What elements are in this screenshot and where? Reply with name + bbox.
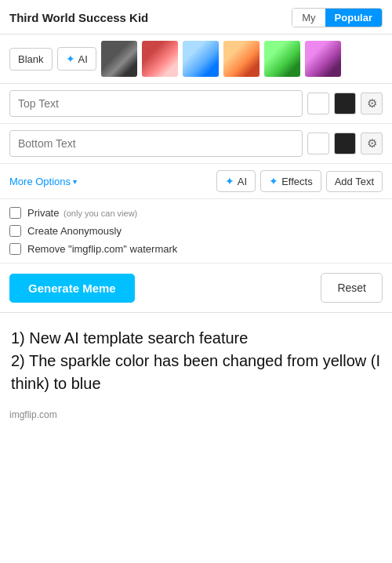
top-text-input[interactable]: [9, 90, 303, 117]
ai-button[interactable]: ✦ AI: [216, 170, 256, 192]
top-text-color-black[interactable]: [334, 93, 356, 114]
sparkle-icon: ✦: [269, 175, 278, 187]
anonymous-label: Create Anonymously: [27, 225, 122, 237]
template-thumbnail[interactable]: [305, 41, 341, 77]
sparkle-icon: ✦: [225, 175, 234, 187]
top-text-color-white[interactable]: [307, 93, 329, 114]
info-section: 1) New AI template search feature 2) The…: [0, 313, 392, 403]
info-text: 1) New AI template search feature 2) The…: [11, 327, 381, 395]
more-options-button[interactable]: More Options ▾: [9, 176, 77, 187]
page-title: Third World Success Kid: [9, 11, 148, 24]
gear-icon: ⚙: [367, 136, 377, 151]
options-right-group: ✦ AI ✦ Effects Add Text: [216, 170, 383, 192]
template-thumbnail[interactable]: [101, 41, 137, 77]
private-checkbox-row: Private (only you can view): [9, 207, 383, 219]
generate-meme-button[interactable]: Generate Meme: [9, 274, 135, 303]
private-checkbox[interactable]: [9, 207, 21, 219]
header: Third World Success Kid My Popular: [0, 0, 392, 35]
bottom-text-row: ⚙: [0, 124, 392, 164]
private-label: Private (only you can view): [27, 207, 137, 219]
watermark-label: Remove "imgflip.com" watermark: [27, 243, 177, 255]
reset-button[interactable]: Reset: [321, 273, 383, 303]
caret-down-icon: ▾: [73, 177, 77, 186]
gear-icon: ⚙: [367, 96, 377, 111]
checkboxes-section: Private (only you can view) Create Anony…: [0, 199, 392, 263]
tab-group: My Popular: [292, 8, 383, 27]
options-row: More Options ▾ ✦ AI ✦ Effects Add Text: [0, 164, 392, 199]
add-text-button[interactable]: Add Text: [326, 171, 383, 192]
top-text-settings-button[interactable]: ⚙: [361, 93, 383, 114]
bottom-text-color-black[interactable]: [334, 133, 356, 154]
action-row: Generate Meme Reset: [0, 263, 392, 313]
bottom-text-color-white[interactable]: [307, 133, 329, 154]
template-thumbnail[interactable]: [223, 41, 260, 77]
effects-button[interactable]: ✦ Effects: [260, 170, 321, 192]
bottom-text-settings-button[interactable]: ⚙: [361, 133, 383, 154]
top-text-row: ⚙: [0, 84, 392, 124]
anonymous-checkbox-row: Create Anonymously: [9, 225, 383, 237]
blank-template-button[interactable]: Blank: [9, 48, 53, 71]
template-thumbnail[interactable]: [183, 41, 219, 77]
bottom-text-input[interactable]: [9, 130, 303, 157]
watermark-checkbox-row: Remove "imgflip.com" watermark: [9, 243, 383, 255]
watermark-checkbox[interactable]: [9, 243, 21, 255]
anonymous-checkbox[interactable]: [9, 225, 21, 237]
footer: imgflip.com: [0, 403, 392, 428]
sparkle-icon: ✦: [66, 53, 75, 65]
footer-link: imgflip.com: [9, 409, 57, 420]
template-thumbnail[interactable]: [264, 41, 300, 77]
tab-my[interactable]: My: [292, 9, 325, 27]
tab-popular[interactable]: Popular: [325, 9, 382, 27]
ai-template-button[interactable]: ✦ AI: [57, 47, 96, 71]
template-thumbnail[interactable]: [142, 41, 178, 77]
template-strip: Blank ✦ AI: [0, 35, 392, 84]
